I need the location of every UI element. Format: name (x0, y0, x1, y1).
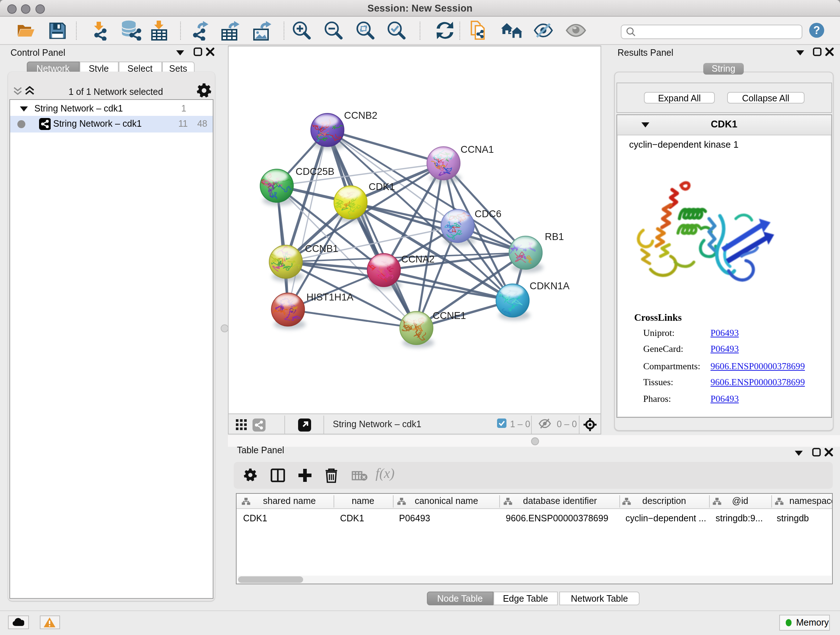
svg-text:CCNB1: CCNB1 (305, 242, 338, 254)
svg-text:CCNB2: CCNB2 (344, 109, 377, 120)
svg-text:CDC25B: CDC25B (295, 165, 334, 177)
svg-text:CCNA2: CCNA2 (401, 253, 434, 264)
svg-text:RB1: RB1 (545, 231, 564, 242)
svg-text:?: ? (813, 24, 821, 36)
svg-text:CCNA1: CCNA1 (461, 143, 494, 155)
svg-text:CDC6: CDC6 (475, 208, 501, 219)
svg-text:HIST1H1A: HIST1H1A (306, 291, 354, 302)
svg-text:CCNE1: CCNE1 (433, 310, 466, 321)
svg-text:CDK1: CDK1 (369, 181, 395, 192)
svg-text:CDKN1A: CDKN1A (530, 280, 570, 291)
